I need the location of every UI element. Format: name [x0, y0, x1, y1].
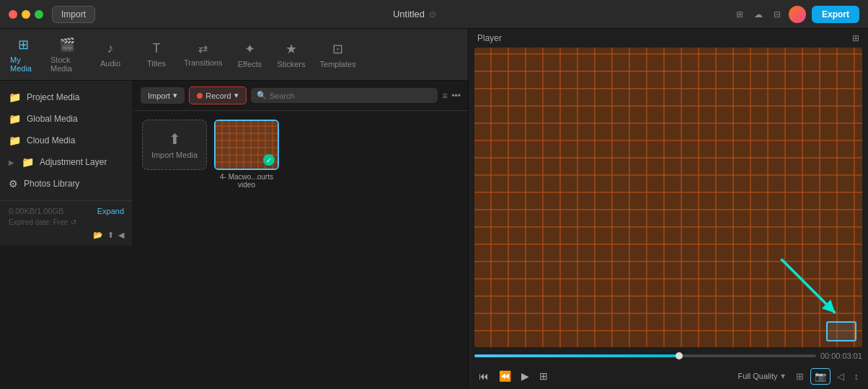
templates-icon: ⊡ [332, 41, 343, 57]
sidebar-item-cloud-media[interactable]: 📁 Cloud Media [0, 130, 133, 151]
player-arrow-overlay [772, 250, 844, 322]
media-thumbnail-1[interactable]: ✓ [214, 120, 279, 170]
quality-label: Full Quality [738, 372, 777, 380]
media-toolbar: Import ▾ Record ▾ 🔍 ≡ ••• [133, 81, 468, 111]
sidebar-item-adjustment-layer[interactable]: ▶ 📁 Adjustment Layer [0, 151, 133, 173]
player-progress-bar[interactable] [474, 354, 816, 357]
player-time: 00:00:03:01 [820, 352, 862, 360]
player-canvas [474, 48, 862, 347]
tab-effects[interactable]: ✦ Effects [229, 35, 270, 74]
skip-back-button[interactable]: ⏮ [474, 367, 493, 385]
player-title: Player [477, 33, 502, 43]
search-icon: 🔍 [257, 91, 267, 100]
stock-media-icon: 🎬 [59, 37, 75, 53]
audio-icon: ♪ [107, 41, 114, 56]
tab-titles[interactable]: T Titles [136, 35, 177, 73]
player-progress-thumb [676, 352, 683, 359]
cloud-icon[interactable]: ☁ [753, 9, 764, 20]
dropdown-arrow-icon: ▾ [173, 91, 177, 100]
arrow-icon: ▶ [9, 158, 14, 166]
player-canvas-highlight [826, 321, 856, 341]
player-icon-4[interactable]: ↕ [851, 368, 863, 385]
expand-icon[interactable]: ⊞ [852, 33, 859, 43]
close-button[interactable] [9, 10, 17, 19]
filter-icon[interactable]: ≡ [442, 91, 447, 101]
transitions-icon: ⇄ [198, 42, 208, 55]
player-controls: ⏮ ⏪ ▶ ⊞ Full Quality ▾ ⊞ 📷 ◁ ↕ [469, 365, 868, 389]
tab-transitions[interactable]: ⇄ Transitions [177, 36, 229, 73]
search-input[interactable] [270, 91, 433, 100]
media-selected-check: ✓ [263, 154, 275, 166]
quality-select: Full Quality ▾ [738, 371, 784, 381]
sidebar-footer-icons: 📂 ⬆ ◀ [9, 231, 124, 240]
titlebar-icons: ⊞ ☁ ⊟ [734, 9, 783, 20]
record-dot-icon [197, 93, 203, 99]
import-media-button[interactable]: Import ▾ [141, 87, 185, 104]
refresh-icon[interactable]: ↺ [71, 218, 76, 226]
player-header: Player ⊞ [469, 29, 868, 48]
expand-link[interactable]: Expand [97, 207, 124, 215]
grid-icon[interactable]: ⊟ [771, 9, 783, 20]
folder-icon-global: 📁 [9, 113, 21, 125]
my-media-icon: ⊞ [18, 37, 29, 53]
storage-info: 0.00KB/1.00GB Expand [9, 207, 124, 215]
titlebar: Import Untitled ⊙ ⊞ ☁ ⊟ Export [0, 0, 868, 29]
screenshot-button[interactable]: 📷 [810, 368, 831, 385]
player-area: Player ⊞ 00:00:03:01 ⏮ ⏪ ▶ ⊞ Full [469, 29, 868, 389]
play-button[interactable]: ▶ [517, 367, 533, 385]
sidebar: 📁 Project Media 📁 Global Media 📁 Cloud M… [0, 81, 133, 246]
stickers-icon: ★ [285, 41, 297, 57]
main-layout: ⊞ My Media 🎬 Stock Media ♪ Audio 📁 Proje… [0, 29, 868, 389]
sidebar-nav: 📁 Project Media 📁 Global Media 📁 Cloud M… [0, 81, 133, 200]
media-content: ⬆ Import Media ✓ 4- Macwo...ourts video [133, 111, 468, 197]
tab-stock-media[interactable]: 🎬 Stock Media [43, 31, 90, 79]
collapse-icon[interactable]: ◀ [118, 231, 124, 240]
monitor-icon[interactable]: ⊞ [734, 9, 745, 20]
plus-icon: ⬆ [169, 130, 181, 148]
tab-my-media[interactable]: ⊞ My Media [3, 31, 43, 79]
add-folder-icon[interactable]: 📂 [93, 231, 103, 240]
sidebar-item-photos-library[interactable]: ⚙ Photos Library [0, 173, 133, 194]
export-button[interactable]: Export [812, 6, 859, 23]
sidebar-footer: 0.00KB/1.00GB Expand Expired date: Free … [0, 200, 133, 246]
tab-bar: ⊞ My Media 🎬 Stock Media ♪ Audio [0, 29, 133, 81]
player-icon-3[interactable]: ◁ [833, 368, 848, 385]
import-media-item: ⬆ Import Media [142, 120, 207, 189]
sidebar-item-project-media[interactable]: 📁 Project Media [0, 86, 133, 108]
tab-audio[interactable]: ♪ Audio [90, 35, 130, 73]
record-dropdown-icon: ▾ [234, 91, 239, 100]
player-right-icons: ⊞ 📷 ◁ ↕ [792, 368, 863, 385]
player-icon-1[interactable]: ⊞ [792, 368, 807, 385]
fullscreen-button[interactable] [35, 10, 43, 19]
fullscreen-player-button[interactable]: ⊞ [535, 367, 552, 385]
player-timeline: 00:00:03:01 [469, 347, 868, 365]
record-button[interactable]: Record ▾ [189, 86, 246, 104]
sidebar-item-global-media[interactable]: 📁 Global Media [0, 108, 133, 130]
more-icon[interactable]: ••• [451, 91, 461, 101]
media-item-1: ✓ 4- Macwo...ourts video [214, 120, 279, 189]
step-back-button[interactable]: ⏪ [495, 367, 515, 385]
tab-templates[interactable]: ⊡ Templates [313, 35, 363, 74]
folder-icon: 📁 [9, 91, 21, 103]
title-status-icon: ⊙ [429, 9, 436, 19]
player-progress-fill [474, 354, 679, 357]
folder-icon-cloud: 📁 [9, 135, 21, 146]
avatar[interactable] [789, 6, 806, 23]
minimize-button[interactable] [22, 10, 30, 19]
media-label-1: 4- Macwo...ourts video [214, 173, 279, 189]
title-text: Untitled [393, 9, 425, 19]
titlebar-center: Untitled ⊙ [95, 9, 734, 19]
quality-dropdown-icon: ▾ [781, 371, 785, 381]
titles-icon: T [153, 41, 161, 56]
tab-stickers[interactable]: ★ Stickers [270, 35, 312, 74]
gear-icon: ⚙ [9, 178, 18, 189]
search-box: 🔍 [251, 88, 438, 103]
upload-icon[interactable]: ⬆ [107, 231, 114, 240]
folder-icon-adjustment: 📁 [22, 156, 34, 168]
traffic-lights [9, 10, 43, 19]
import-media-button-thumb[interactable]: ⬆ Import Media [142, 120, 207, 170]
effects-icon: ✦ [244, 41, 255, 57]
import-button[interactable]: Import [52, 6, 95, 23]
